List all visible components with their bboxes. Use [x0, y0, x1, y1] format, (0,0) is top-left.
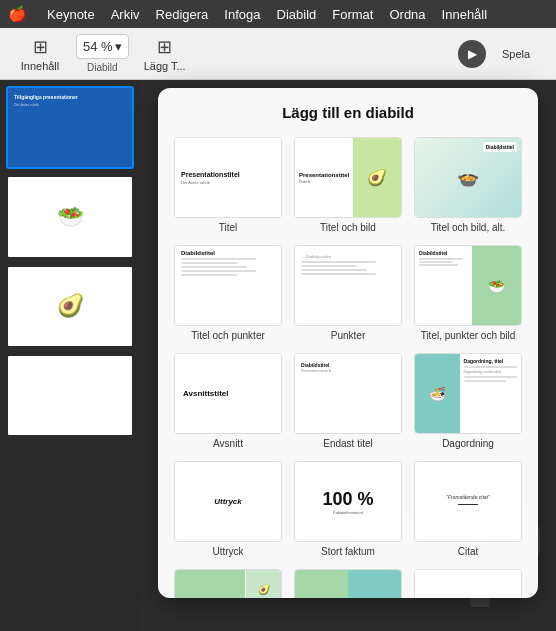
toolbar-spela[interactable]: Spela: [486, 30, 546, 78]
main-area: Tillgängliga presentationer Det Äntes ru…: [0, 80, 556, 631]
slide-panel: Tillgängliga presentationer Det Äntes ru…: [0, 80, 140, 631]
play-icon: ▶: [468, 47, 477, 61]
layout-punkter[interactable]: — Diabildpunkter Punkter: [294, 245, 402, 341]
layout-titel-punkter-bild-label: Titel, punkter och bild: [421, 330, 516, 341]
layout-titel[interactable]: Presentationstitel Det Äntes rubrik Tite…: [174, 137, 282, 233]
chevron-down-icon: ▾: [115, 39, 122, 54]
slide-thumb-1[interactable]: Tillgängliga presentationer Det Äntes ru…: [6, 86, 134, 169]
apple-menu[interactable]: 🍎: [8, 5, 27, 23]
layout-uttryck-label: Uttryck: [212, 546, 243, 557]
toolbar: ⊞ Innehåll 54 % ▾ Diabild ⊞ Lägg T... ▶ …: [0, 28, 556, 80]
layout-foto-3[interactable]: 🥗 🥑 🍲 Foto – 3 per sida: [174, 569, 282, 598]
layout-endast-titel[interactable]: Diabildstitel Presentationsrubrik Endast…: [294, 353, 402, 449]
layout-uttryck[interactable]: Uttryck Uttryck: [174, 461, 282, 557]
menu-ordna[interactable]: Ordna: [389, 7, 425, 22]
panel-title: Lägg till en diabild: [174, 104, 522, 121]
menubar: 🍎 Keynote Arkiv Redigera Infoga Diabild …: [0, 0, 556, 28]
slide-layout-overlay: Lägg till en diabild Presentationstitel …: [140, 80, 556, 631]
layout-titel-label: Titel: [219, 222, 238, 233]
layout-citat-label: Citat: [458, 546, 479, 557]
layout-titel-punkter-label: Titel och punkter: [191, 330, 265, 341]
quote-divider: [458, 504, 478, 505]
canvas-area: a p Lägg till en diabild Presentationsti…: [140, 80, 556, 631]
menu-innehall[interactable]: Innehåll: [442, 7, 488, 22]
layout-stort-faktum-label: Stort faktum: [321, 546, 375, 557]
toolbar-innehall[interactable]: ⊞ Innehåll: [10, 30, 70, 78]
menu-diabild[interactable]: Diabild: [277, 7, 317, 22]
add-slide-icon: ⊞: [157, 36, 172, 58]
layout-endast-titel-label: Endast titel: [323, 438, 372, 449]
layout-titel-bild-label: Titel och bild: [320, 222, 376, 233]
play-button[interactable]: ▶: [458, 40, 486, 68]
toolbar-zoom[interactable]: 54 % ▾ Diabild: [70, 30, 135, 78]
slide-thumb-2[interactable]: 🥗 2: [6, 175, 134, 258]
slide-thumb-4[interactable]: 4: [6, 354, 134, 437]
toolbar-lagg[interactable]: ⊞ Lägg T...: [135, 30, 195, 78]
layout-dagordning-label: Dagordning: [442, 438, 494, 449]
layout-avsnitt[interactable]: Avsnittstitel Avsnitt: [174, 353, 282, 449]
menu-arkiv[interactable]: Arkiv: [111, 7, 140, 22]
layout-panel: Lägg till en diabild Presentationstitel …: [158, 88, 538, 598]
menu-format[interactable]: Format: [332, 7, 373, 22]
layout-titel-bild[interactable]: Presentationstitel Rubrik 🥑 Titel och bi…: [294, 137, 402, 233]
layout-dagordning[interactable]: 🍜 Dagordning, titel Dagordning, underrub…: [414, 353, 522, 449]
layout-grid: Presentationstitel Det Äntes rubrik Tite…: [174, 137, 522, 598]
layout-bild[interactable]: 🍜 🥚 Bild: [294, 569, 402, 598]
menu-keynote[interactable]: Keynote: [47, 7, 95, 22]
layout-punkter-label: Punkter: [331, 330, 365, 341]
layout-titel-bild-alt-label: Titel och bild, alt.: [431, 222, 506, 233]
layout-titel-bild-alt[interactable]: 🍲 Diabildstitel Titel och bild, alt.: [414, 137, 522, 233]
layout-stort-faktum[interactable]: 100 % Faktainformation Stort faktum: [294, 461, 402, 557]
grid-icon: ⊞: [33, 36, 48, 58]
layout-avsnitt-label: Avsnitt: [213, 438, 243, 449]
layout-citat[interactable]: "Framstående citat" Citat: [414, 461, 522, 557]
menu-redigera[interactable]: Redigera: [156, 7, 209, 22]
layout-titel-punkter[interactable]: Diabildstitel Titel och punkter: [174, 245, 282, 341]
menu-infoga[interactable]: Infoga: [224, 7, 260, 22]
layout-titel-punkter-bild[interactable]: Diabildstitel 🥗 Titel, punkter och bild: [414, 245, 522, 341]
layout-tom[interactable]: Tom: [414, 569, 522, 598]
slide-thumb-3[interactable]: 🥑 3: [6, 265, 134, 348]
